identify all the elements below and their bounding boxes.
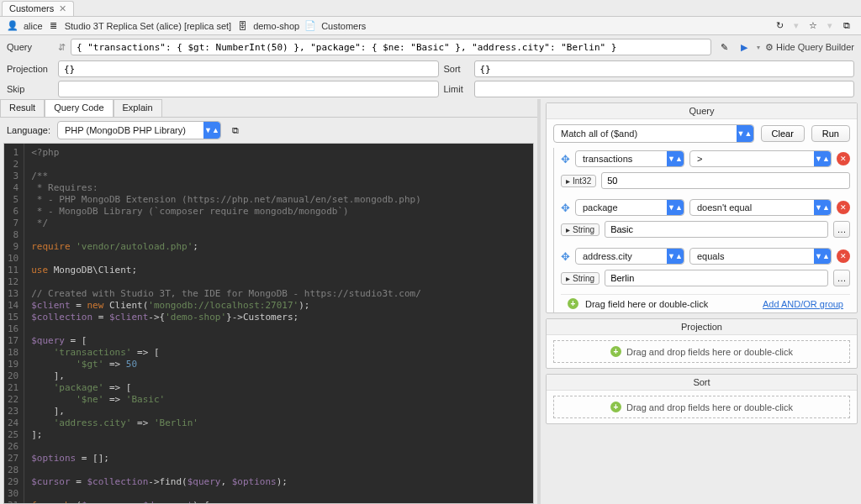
star-icon[interactable]: ☆ <box>806 18 821 34</box>
sort-dropzone[interactable]: + Drag and drop fields here or double-cl… <box>553 396 850 418</box>
gutter: 1 2 3 4 5 6 7 8 9 10 11 12 13 14 15 16 1… <box>4 144 24 503</box>
language-label: Language: <box>7 125 50 135</box>
sort-panel: Sort + Drag and drop fields here or doub… <box>546 374 858 424</box>
collection-icon: 📄 <box>304 20 316 32</box>
value-input-basic[interactable] <box>605 221 828 238</box>
projection-label: Projection <box>7 64 53 74</box>
op-select-ne[interactable]: doesn't equal ▼▲ <box>689 199 832 216</box>
match-mode-select[interactable]: Match all of ($and) ▼▲ <box>553 124 754 143</box>
add-and-or-link[interactable]: Add AND/OR group <box>763 299 843 309</box>
breadcrumb-user[interactable]: alice <box>24 21 43 31</box>
language-row: Language: PHP (MongoDB PHP Library) ▼▲ ⧉ <box>0 118 537 143</box>
type-int32[interactable]: ▸ Int32 <box>561 175 596 187</box>
language-select[interactable]: PHP (MongoDB PHP Library) ▼▲ <box>57 121 221 139</box>
field-select-transactions[interactable]: transactions ▼▲ <box>575 150 684 167</box>
run-button[interactable]: Run <box>811 125 850 142</box>
more-icon[interactable]: … <box>833 270 850 286</box>
chevron-down-icon: ▼▲ <box>737 125 753 142</box>
move-icon[interactable]: ✥ <box>561 202 570 214</box>
skip-input[interactable] <box>58 81 439 97</box>
breadcrumb-coll[interactable]: Customers <box>321 21 366 31</box>
more-icon[interactable]: … <box>833 221 850 238</box>
copy-icon[interactable]: ⧉ <box>839 18 854 34</box>
op-select-eq[interactable]: equals ▼▲ <box>689 248 832 265</box>
skip-label: Skip <box>7 84 53 94</box>
move-icon[interactable]: ✥ <box>561 250 570 263</box>
breadcrumb-db[interactable]: demo-shop <box>253 21 299 31</box>
projection-sort-row: Projection Sort <box>0 59 861 79</box>
refresh-icon[interactable]: ↻ <box>772 18 787 34</box>
delete-icon[interactable]: ✕ <box>837 152 850 165</box>
chevron-down-icon: ▼▲ <box>814 249 831 264</box>
breadcrumb-conn[interactable]: Studio 3T Replica Set (alice) [replica s… <box>65 21 232 31</box>
query-panel-title: Query <box>547 103 857 119</box>
chevron-down-icon: ▼▲ <box>814 200 831 215</box>
dropdown-icon[interactable]: ⇵ <box>58 42 66 53</box>
chevron-down-icon: ▼▲ <box>667 249 684 264</box>
skip-limit-row: Skip Limit <box>0 79 861 99</box>
query-panel: Query Match all of ($and) ▼▲ Clear Run ✥… <box>546 102 858 313</box>
add-icon: + <box>610 402 621 412</box>
type-string[interactable]: ▸ String <box>561 272 600 285</box>
chevron-down-icon: ▼▲ <box>667 151 684 166</box>
query-input[interactable] <box>71 39 711 55</box>
server-icon: ≣ <box>48 20 60 32</box>
tab-querycode[interactable]: Query Code <box>45 99 113 117</box>
database-icon: 🗄 <box>236 20 248 32</box>
play-icon[interactable]: ▶ <box>737 39 752 55</box>
close-icon[interactable]: ✕ <box>59 3 66 14</box>
clear-button[interactable]: Clear <box>761 125 805 142</box>
sort-label: Sort <box>444 64 469 74</box>
copy-code-icon[interactable]: ⧉ <box>228 123 243 138</box>
projection-panel: Projection + Drag and drop fields here o… <box>546 318 858 369</box>
result-tabs: Result Query Code Explain <box>0 99 537 118</box>
limit-input[interactable] <box>474 81 855 97</box>
hide-query-builder[interactable]: ⚙ Hide Query Builder <box>765 42 854 53</box>
op-select-gt[interactable]: > ▼▲ <box>689 150 832 167</box>
user-icon: 👤 <box>7 20 18 32</box>
drag-hint: Drag field here or double-click <box>585 299 708 309</box>
field-select-address-city[interactable]: address.city ▼▲ <box>575 248 684 265</box>
chevron-down-icon: ▼▲ <box>814 151 831 166</box>
window-tabbar: Customers ✕ <box>0 0 861 17</box>
tab-explain[interactable]: Explain <box>114 99 162 117</box>
delete-icon[interactable]: ✕ <box>837 249 850 263</box>
projection-dropzone[interactable]: + Drag and drop fields here or double-cl… <box>553 340 850 363</box>
projection-input[interactable] <box>58 60 439 77</box>
field-select-package[interactable]: package ▼▲ <box>575 199 684 216</box>
add-icon: + <box>610 346 621 357</box>
code-body: <?php /** * Requires: * - PHP MongoDB Ex… <box>24 144 533 503</box>
limit-label: Limit <box>444 84 469 94</box>
wand-icon: ⚙ <box>765 42 774 53</box>
chevron-down-icon: ▼▲ <box>203 122 220 139</box>
breadcrumb: 👤 alice ≣ Studio 3T Replica Set (alice) … <box>0 17 861 35</box>
query-row: Query ⇵ ✎ ▶▾ ⚙ Hide Query Builder <box>0 35 861 59</box>
code-editor[interactable]: 1 2 3 4 5 6 7 8 9 10 11 12 13 14 15 16 1… <box>3 143 534 504</box>
move-icon[interactable]: ✥ <box>561 153 570 165</box>
value-input-berlin[interactable] <box>605 270 828 286</box>
tab-label: Customers <box>9 3 54 13</box>
delete-icon[interactable]: ✕ <box>837 201 850 214</box>
projection-title: Projection <box>547 319 857 335</box>
tab-result[interactable]: Result <box>0 99 45 117</box>
sort-title: Sort <box>547 375 857 391</box>
add-icon[interactable]: + <box>568 298 578 309</box>
edit-icon[interactable]: ✎ <box>716 39 732 55</box>
tab-customers[interactable]: Customers ✕ <box>2 1 74 16</box>
type-string[interactable]: ▸ String <box>561 223 600 236</box>
value-input-50[interactable] <box>601 172 850 189</box>
query-label: Query <box>7 42 53 52</box>
sort-input[interactable] <box>474 60 855 77</box>
chevron-down-icon: ▼▲ <box>667 200 684 215</box>
